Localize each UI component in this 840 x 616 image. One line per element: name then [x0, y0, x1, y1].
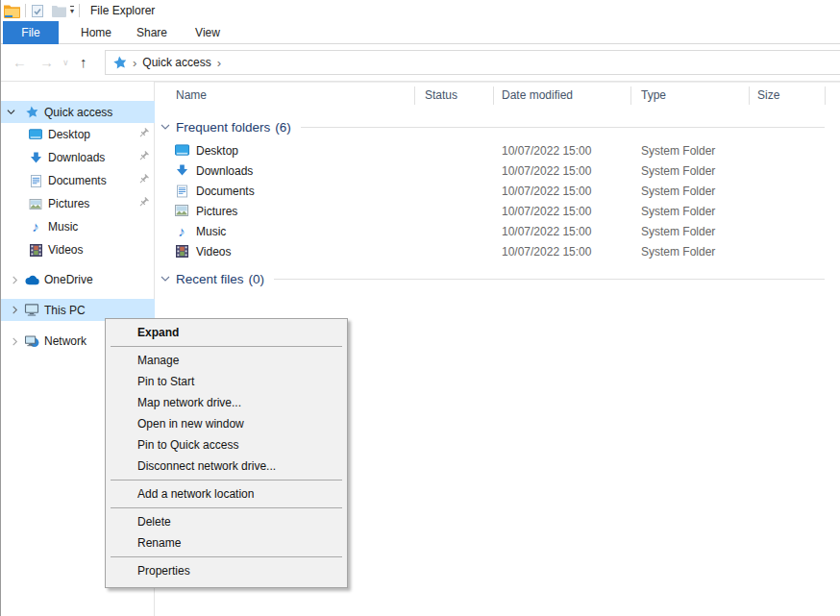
downloads-icon [174, 164, 189, 177]
sidebar-item-label: OneDrive [44, 273, 93, 286]
recent-locations-caret-icon[interactable]: ∨ [62, 50, 69, 75]
column-header-name[interactable]: Name [176, 83, 207, 109]
sidebar-item-pictures[interactable]: Pictures [1, 192, 155, 215]
file-name: Documents [196, 182, 255, 202]
pin-icon [138, 128, 149, 141]
column-separator[interactable] [825, 86, 826, 105]
ribbon-tab-bar: File Home Share View [1, 21, 840, 44]
chevron-right-icon[interactable] [10, 276, 19, 284]
tab-file[interactable]: File [3, 21, 59, 44]
sidebar-item-label: Documents [48, 174, 107, 187]
sidebar-item-music[interactable]: ♪ Music [1, 215, 155, 238]
sidebar-item-downloads[interactable]: Downloads [1, 146, 155, 169]
context-menu-item-add-network-location[interactable]: Add a network location [106, 483, 347, 505]
group-label: Recent files [176, 272, 244, 286]
context-menu-item-delete[interactable]: Delete [106, 511, 347, 532]
pin-icon [138, 197, 149, 210]
up-arrow-icon[interactable]: ↑ [80, 50, 87, 75]
context-menu-item-expand[interactable]: Expand [106, 322, 347, 343]
desktop-icon [27, 129, 44, 140]
context-menu-item-map-network-drive[interactable]: Map network drive... [106, 392, 347, 413]
explorer-logo-icon [4, 4, 20, 18]
context-menu-item-open-in-new-window[interactable]: Open in new window [106, 413, 347, 434]
sidebar-item-onedrive[interactable]: OneDrive [1, 268, 155, 291]
computer-icon [23, 304, 40, 316]
file-date-modified: 10/07/2022 15:00 [502, 202, 591, 222]
chevron-down-icon [161, 122, 170, 132]
sidebar-item-label: Network [44, 334, 86, 348]
sidebar-item-desktop[interactable]: Desktop [1, 123, 155, 146]
sidebar-item-label: Desktop [48, 128, 90, 141]
file-row-pictures[interactable]: Pictures 10/07/2022 15:00 System Folder [155, 202, 840, 222]
documents-icon [27, 175, 44, 187]
column-header-size[interactable]: Size [757, 83, 779, 109]
back-arrow-icon[interactable]: ← [12, 50, 27, 75]
column-header-status[interactable]: Status [425, 83, 457, 109]
file-row-downloads[interactable]: Downloads 10/07/2022 15:00 System Folder [155, 161, 840, 182]
column-header-type[interactable]: Type [641, 83, 666, 109]
file-name: Pictures [196, 202, 237, 222]
documents-icon [174, 185, 189, 198]
group-rule [301, 127, 825, 128]
videos-icon [174, 245, 189, 258]
music-icon: ♪ [27, 220, 44, 234]
context-menu-separator [111, 346, 342, 347]
pictures-icon [174, 205, 189, 216]
breadcrumb-chevron-icon: › [133, 56, 136, 70]
breadcrumb-quick-access[interactable]: Quick access [142, 56, 210, 69]
forward-arrow-icon[interactable]: → [39, 50, 54, 75]
properties-qat-icon[interactable] [31, 4, 44, 18]
file-type: System Folder [641, 202, 715, 222]
star-icon [23, 106, 40, 118]
tab-home[interactable]: Home [68, 21, 124, 44]
file-name: Desktop [196, 141, 238, 161]
column-separator[interactable] [630, 86, 631, 105]
sidebar-item-videos[interactable]: Videos [1, 238, 155, 261]
column-separator[interactable] [414, 86, 415, 105]
column-separator[interactable] [749, 86, 750, 105]
group-header-frequent-folders[interactable]: Frequent folders (6) [161, 117, 840, 136]
sidebar-item-label: Quick access [44, 106, 112, 119]
context-menu-item-pin-to-start[interactable]: Pin to Start [106, 371, 347, 392]
context-menu-separator [111, 507, 342, 508]
downloads-icon [27, 152, 44, 164]
file-date-modified: 10/07/2022 15:00 [502, 242, 591, 262]
context-menu-item-pin-to-quick-access[interactable]: Pin to Quick access [106, 434, 347, 456]
file-explorer-window: ▾ File Explorer File Home Share View ← →… [0, 0, 840, 616]
quick-access-star-icon [113, 56, 127, 69]
file-row-videos[interactable]: Videos 10/07/2022 15:00 System Folder [155, 242, 840, 262]
new-folder-qat-icon[interactable] [52, 5, 66, 17]
file-date-modified: 10/07/2022 15:00 [502, 141, 591, 161]
context-menu: Expand Manage Pin to Start Map network d… [105, 318, 348, 588]
address-bar[interactable]: › Quick access › [105, 50, 840, 75]
context-menu-item-manage[interactable]: Manage [106, 350, 347, 371]
pin-icon [138, 174, 149, 187]
chevron-down-icon[interactable] [6, 108, 15, 116]
context-menu-item-disconnect-network-drive[interactable]: Disconnect network drive... [106, 456, 347, 477]
column-separator[interactable] [493, 86, 494, 105]
group-header-recent-files[interactable]: Recent files (0) [161, 269, 840, 288]
window-title: File Explorer [90, 4, 155, 17]
tab-share[interactable]: Share [124, 21, 180, 44]
pin-icon [138, 151, 149, 164]
context-menu-item-properties[interactable]: Properties [106, 560, 347, 581]
breadcrumb-chevron-icon: › [217, 56, 221, 70]
sidebar-item-documents[interactable]: Documents [1, 169, 155, 192]
file-row-music[interactable]: ♪ Music 10/07/2022 15:00 System Folder [155, 222, 840, 242]
column-header-date-modified[interactable]: Date modified [502, 83, 573, 109]
file-row-desktop[interactable]: Desktop 10/07/2022 15:00 System Folder [155, 141, 840, 161]
context-menu-item-rename[interactable]: Rename [106, 532, 347, 554]
chevron-right-icon[interactable] [10, 337, 19, 346]
customize-qat-caret-icon[interactable]: ▾ [70, 6, 74, 15]
chevron-right-icon[interactable] [10, 306, 19, 314]
context-menu-separator [111, 556, 342, 557]
file-name: Music [196, 222, 226, 242]
sidebar-item-label: Downloads [48, 151, 105, 164]
network-icon [23, 335, 40, 348]
tab-view[interactable]: View [180, 21, 235, 44]
file-type: System Folder [641, 182, 715, 202]
file-row-documents[interactable]: Documents 10/07/2022 15:00 System Folder [155, 182, 840, 202]
videos-icon [27, 244, 44, 257]
sidebar-item-quick-access[interactable]: Quick access [1, 101, 155, 123]
sidebar-item-label: Pictures [48, 197, 89, 210]
